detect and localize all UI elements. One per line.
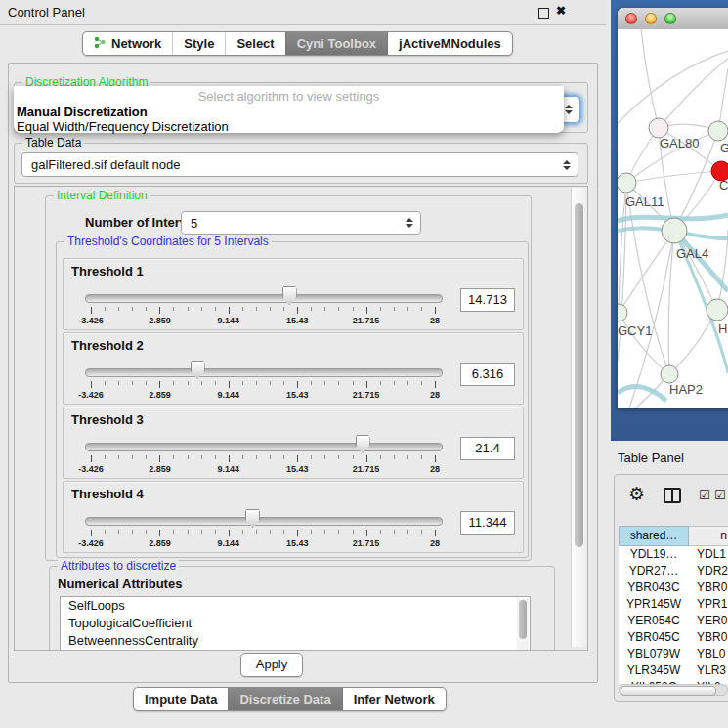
mac-minimize-icon[interactable]	[645, 13, 657, 24]
tab-discretize-data[interactable]: Discretize Data	[228, 688, 341, 710]
table-cell[interactable]: YDR27…	[619, 563, 689, 579]
list-item-betweennesscentrality[interactable]: BetweennessCentrality	[61, 632, 530, 650]
threshold-slider-track[interactable]	[85, 294, 443, 303]
table-row[interactable]: YDL19…YDL1	[619, 546, 728, 563]
close-icon[interactable]: ✖	[556, 4, 566, 18]
network-canvas[interactable]: GAL80G.CGAL11GAL4GCY1HHAP2	[618, 29, 728, 408]
table-row[interactable]: YLR345WYLR3	[619, 663, 728, 679]
tab-jactivemnodules[interactable]: jActiveMNodules	[387, 32, 512, 55]
checkbox-icon[interactable]: ☑	[714, 488, 726, 502]
tick-label: 9.144	[218, 390, 240, 400]
tick-mark	[297, 307, 298, 314]
table-cell[interactable]: YLR345W	[619, 663, 689, 679]
network-edge[interactable]	[619, 313, 669, 374]
table-row[interactable]: YPR145WYPR1	[619, 596, 728, 613]
list-item-topologicalcoefficient[interactable]: TopologicalCoefficient	[61, 615, 530, 632]
threshold-slider-track[interactable]	[85, 443, 443, 451]
tick-mark	[215, 455, 216, 459]
table-cell[interactable]: YBR043C	[619, 579, 689, 596]
tab-select[interactable]: Select	[225, 32, 284, 55]
table-cell[interactable]: YBL0	[689, 646, 728, 663]
numerical-attributes-label: Numerical Attributes	[58, 577, 182, 591]
tab-label: Infer Network	[354, 692, 435, 707]
network-node-gal80[interactable]	[649, 118, 668, 138]
table-row[interactable]: YBR045CYBR0	[619, 629, 728, 646]
gear-icon[interactable]: ⚙	[628, 483, 645, 505]
network-node-label: GCY1	[618, 323, 652, 338]
table-row[interactable]: YBL079WYBL0	[619, 646, 728, 663]
tick-mark	[242, 530, 243, 534]
network-node-hap2[interactable]	[661, 365, 678, 383]
network-edge[interactable]	[641, 29, 659, 128]
threshold-slider-track[interactable]	[85, 517, 443, 526]
table-cell[interactable]: YLR3	[689, 663, 728, 679]
threshold-slider-track[interactable]	[85, 368, 443, 377]
table-row[interactable]: YER054CYER0	[619, 613, 728, 629]
table-cell[interactable]: YPR1	[689, 596, 728, 613]
network-edge[interactable]	[626, 183, 669, 374]
network-node-h[interactable]	[707, 299, 728, 321]
network-node-gcy1[interactable]	[618, 304, 627, 321]
tick-mark	[380, 455, 381, 459]
tab-network[interactable]: Network	[83, 32, 172, 55]
table-data-combobox[interactable]: galFiltered.sif default node	[21, 152, 578, 177]
dropdown-option-equal-width-frequency-discretization[interactable]: Equal Width/Frequency Discretization	[14, 119, 564, 134]
table-cell[interactable]: YBR0	[689, 579, 728, 596]
threshold-value-field[interactable]: 11.344	[460, 511, 515, 535]
table-cell[interactable]: YDL1	[689, 546, 728, 563]
threshold-value-field[interactable]: 14.713	[460, 288, 515, 312]
dropdown-option-manual-discretization[interactable]: Manual Discretization	[14, 105, 564, 119]
tick-mark	[380, 381, 381, 385]
float-window-icon[interactable]	[538, 8, 549, 19]
numerical-attributes-list[interactable]: SelfLoopsTopologicalCoefficientBetweenne…	[60, 596, 531, 651]
column-header-n[interactable]: n	[689, 526, 728, 546]
table-row[interactable]: YDR27…YDR2	[619, 563, 728, 579]
table-row[interactable]: YBR043CYBR0	[619, 579, 728, 596]
network-window-titlebar[interactable]	[618, 8, 728, 30]
network-edge[interactable]	[717, 230, 728, 310]
network-node-gal11[interactable]	[618, 173, 636, 193]
table-cell[interactable]: YBR045C	[619, 629, 689, 646]
tab-infer-network[interactable]: Infer Network	[342, 688, 446, 710]
network-node-label: GAL80	[660, 136, 699, 150]
mac-close-icon[interactable]	[625, 13, 637, 24]
table-cell[interactable]: YBL079W	[619, 646, 689, 663]
tab-label: Style	[184, 36, 214, 51]
tab-style[interactable]: Style	[172, 32, 225, 55]
tab-impute-data[interactable]: Impute Data	[134, 688, 228, 710]
number-of-intervals-spinner[interactable]: 5	[181, 211, 421, 235]
tick-mark	[353, 381, 354, 385]
tick-mark	[256, 381, 257, 385]
tick-label: 2.859	[149, 390, 171, 400]
checkbox-icon[interactable]: ☑	[699, 488, 710, 502]
tick-mark	[421, 307, 422, 311]
attributes-list-scrollbar[interactable]	[517, 598, 529, 651]
apply-button[interactable]: Apply	[240, 653, 303, 677]
table-cell[interactable]: YER0	[689, 613, 728, 629]
mac-zoom-icon[interactable]	[664, 13, 676, 24]
tick-mark	[146, 530, 147, 534]
table-panel: ⚙ ☑ ☑ shared…n YDL19…YDL1YDR27…YDR2YBR04…	[614, 474, 728, 702]
settings-vertical-scrollbar[interactable]	[571, 188, 586, 647]
list-item-selfloops[interactable]: SelfLoops	[61, 597, 530, 615]
threshold-value-field[interactable]: 21.4	[460, 437, 515, 460]
tick-mark	[256, 455, 257, 459]
network-edge[interactable]	[668, 231, 674, 374]
network-edge[interactable]	[659, 59, 728, 128]
network-node-g[interactable]	[708, 121, 728, 141]
threshold-value-field[interactable]: 6.316	[460, 363, 515, 386]
tab-cyni-toolbox[interactable]: Cyni Toolbox	[285, 32, 387, 55]
network-edge[interactable]	[619, 231, 674, 313]
table-cell[interactable]: YDR2	[689, 563, 728, 579]
split-columns-icon[interactable]	[664, 488, 681, 503]
table-cell[interactable]: YER054C	[619, 613, 689, 629]
table-cell[interactable]: YDL19…	[619, 546, 689, 563]
column-header-shared[interactable]: shared…	[619, 526, 689, 546]
network-edge[interactable]	[618, 387, 666, 401]
tick-mark	[435, 455, 436, 462]
table-cell[interactable]: YPR145W	[619, 596, 689, 613]
table-cell[interactable]: YBR0	[689, 629, 728, 646]
network-node-gal4[interactable]	[662, 218, 687, 243]
table-header-row: shared…n	[619, 526, 728, 546]
table-horizontal-scrollbar[interactable]	[619, 684, 728, 696]
